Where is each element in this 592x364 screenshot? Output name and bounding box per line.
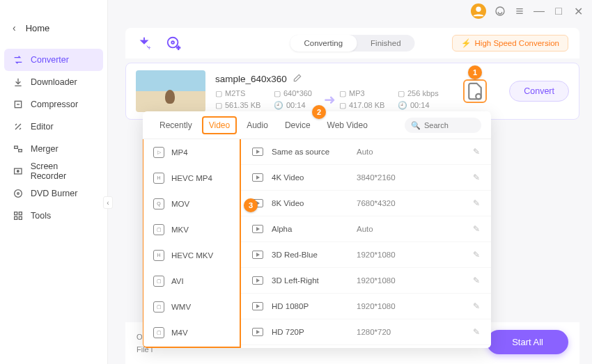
fmt-mkv[interactable]: ▢MKV	[143, 216, 240, 242]
badge-1: 1	[468, 65, 482, 79]
svg-rect-14	[15, 216, 17, 219]
rename-icon[interactable]	[293, 73, 302, 85]
format-list: ▷MP4 HHEVC MP4 QMOV ▢MKV HHEVC MKV ▢AVI …	[143, 139, 241, 348]
file-name: sample_640x360	[215, 74, 287, 84]
tab-finished[interactable]: Finished	[357, 35, 414, 52]
high-speed-toggle[interactable]: ⚡ High Speed Conversion	[452, 35, 568, 52]
edit-preset-icon[interactable]: ✎	[473, 147, 480, 157]
recorder-icon	[13, 166, 24, 177]
video-icon	[252, 173, 263, 182]
edit-preset-icon[interactable]: ✎	[473, 327, 480, 337]
svg-rect-6	[15, 146, 18, 148]
main-toolbar: + + Converting Finished ⚡ High Speed Con…	[125, 28, 579, 58]
download-icon	[13, 77, 24, 88]
edit-preset-icon[interactable]: ✎	[473, 301, 480, 311]
merger-icon	[13, 143, 24, 155]
home-label: Home	[26, 23, 50, 33]
edit-preset-icon[interactable]: ✎	[473, 250, 480, 260]
format-search: 🔍	[405, 118, 481, 133]
add-disc-button[interactable]: +	[166, 35, 181, 51]
preset-row[interactable]: 4K Video3840*2160✎	[241, 165, 491, 191]
editor-icon	[13, 121, 24, 132]
chevron-left-icon: ‹	[13, 22, 16, 33]
edit-preset-icon[interactable]: ✎	[473, 173, 480, 182]
format-panel: Recently Video Audio Device Web Video 🔍 …	[143, 111, 491, 348]
dst-duration: 🕘 00:14	[398, 101, 444, 110]
preset-row[interactable]: 3D Red-Blue1920*1080✎	[241, 242, 491, 268]
svg-rect-7	[19, 150, 22, 152]
nav-dvd-burner[interactable]: DVD Burner	[0, 182, 107, 205]
nav-list: Converter Downloader Compressor Editor M…	[0, 49, 107, 227]
video-icon	[252, 328, 263, 336]
fmt-hevc-mp4[interactable]: HHEVC MP4	[143, 165, 240, 191]
fp-tab-audio[interactable]: Audio	[240, 116, 275, 134]
format-icon: H	[153, 173, 164, 184]
fmt-mov[interactable]: QMOV	[143, 191, 240, 216]
preset-list: Same as sourceAuto✎ 4K Video3840*2160✎ 8…	[241, 139, 491, 348]
svg-rect-15	[19, 216, 22, 219]
fp-tab-webvideo[interactable]: Web Video	[320, 116, 375, 134]
badge-3: 3	[244, 198, 258, 212]
src-size: ▢ 561.35 KB	[215, 101, 261, 110]
fp-tab-video[interactable]: Video	[202, 116, 237, 134]
nav-screen-recorder[interactable]: Screen Recorder	[0, 160, 107, 182]
format-icon: ▢	[153, 276, 164, 287]
preset-row[interactable]: AlphaAuto✎	[241, 216, 491, 242]
format-icon: ▷	[153, 147, 164, 158]
svg-rect-13	[19, 212, 22, 215]
back-home[interactable]: ‹ Home	[0, 14, 107, 42]
edit-preset-icon[interactable]: ✎	[473, 224, 480, 234]
svg-point-11	[17, 193, 20, 195]
status-tabs: Converting Finished	[290, 35, 414, 52]
video-icon	[252, 302, 263, 310]
fp-tab-device[interactable]: Device	[278, 116, 318, 134]
svg-point-9	[17, 171, 20, 173]
output-format-button[interactable]	[463, 79, 487, 103]
preset-row[interactable]: HD 720P1280*720✎	[241, 319, 491, 345]
format-icon: ▢	[153, 327, 164, 338]
edit-preset-icon[interactable]: ✎	[473, 276, 480, 285]
dst-size: ▢ 417.08 KB	[339, 101, 385, 110]
tools-icon	[13, 210, 24, 221]
svg-text:+: +	[148, 45, 151, 51]
fmt-hevc-mkv[interactable]: HHEVC MKV	[143, 242, 240, 268]
search-icon: 🔍	[411, 121, 421, 130]
fmt-avi[interactable]: ▢AVI	[143, 268, 240, 294]
video-icon	[252, 225, 263, 233]
dst-format: ▢ MP3	[339, 89, 385, 98]
svg-text:+: +	[177, 45, 180, 51]
fp-tab-recently[interactable]: Recently	[153, 116, 199, 134]
src-resolution: ▢ 640*360	[274, 89, 320, 98]
fmt-mp4[interactable]: ▷MP4	[143, 139, 240, 165]
svg-rect-12	[15, 212, 17, 215]
preset-row[interactable]: 8K Video7680*4320✎	[241, 191, 491, 216]
preset-row[interactable]: 3D Left-Right1920*1080✎	[241, 268, 491, 294]
nav-tools[interactable]: Tools	[0, 205, 107, 227]
video-thumbnail[interactable]	[136, 70, 205, 112]
fmt-m4v[interactable]: ▢M4V	[143, 319, 240, 345]
format-icon: ▢	[153, 301, 164, 312]
tab-converting[interactable]: Converting	[290, 35, 357, 52]
dvd-icon	[13, 188, 24, 199]
format-icon: Q	[153, 198, 164, 209]
convert-button[interactable]: Convert	[509, 81, 569, 102]
nav-merger[interactable]: Merger	[0, 138, 107, 160]
nav-editor[interactable]: Editor	[0, 116, 107, 138]
badge-2: 2	[312, 105, 326, 119]
nav-downloader[interactable]: Downloader	[0, 71, 107, 93]
edit-preset-icon[interactable]: ✎	[473, 198, 480, 208]
bolt-icon: ⚡	[461, 38, 471, 48]
preset-row[interactable]: HD 1080P1920*1080✎	[241, 294, 491, 319]
preset-row[interactable]: Same as sourceAuto✎	[241, 139, 491, 165]
video-icon	[252, 276, 263, 285]
start-all-button[interactable]: Start All	[487, 330, 568, 354]
svg-point-20	[476, 94, 481, 100]
video-icon	[252, 251, 263, 259]
nav-compressor[interactable]: Compressor	[0, 93, 107, 116]
converter-icon	[13, 54, 24, 65]
dst-bitrate: ▢ 256 kbps	[398, 89, 444, 98]
add-file-button[interactable]: +	[137, 35, 152, 51]
video-icon	[252, 148, 263, 156]
nav-converter[interactable]: Converter	[4, 49, 103, 71]
fmt-wmv[interactable]: ▢WMV	[143, 294, 240, 319]
